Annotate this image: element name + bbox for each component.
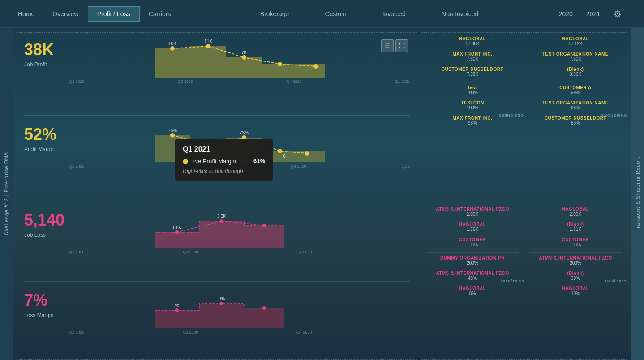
svg-text:7K: 7K xyxy=(241,50,247,55)
bc2-name: MAX FRONT INC. xyxy=(426,52,519,56)
worst-consignees-col: ATMS & INTERNATIONAL FZCO 2.00K HAGLOBAL… xyxy=(421,203,524,360)
wco1-val: 2.00K xyxy=(529,212,622,217)
loss-margin-chart: 7% 9% Q2 2020 Q3 2020 Q4 2020 xyxy=(69,288,410,355)
top-right-data: HAGLOBAL 17.08K MAX FRONT INC. 7.60K CUS… xyxy=(421,32,627,198)
svg-point-10 xyxy=(170,133,175,138)
nav-profit-loss[interactable]: Profit / Loss xyxy=(88,6,140,22)
nav-invoiced[interactable]: Invoiced xyxy=(378,7,410,21)
bc3-name: CUSTOMER DUSSELDORF xyxy=(426,67,519,72)
q2-2020-label: Q2 2020 xyxy=(69,79,85,84)
wco6-val: 10% xyxy=(529,291,622,296)
settings-icon[interactable]: ⚙ xyxy=(614,9,622,19)
jl-q3-2020: Q3 2020 xyxy=(183,250,198,254)
nav-carriers[interactable]: Carriers xyxy=(140,7,180,21)
expand-icon-btn[interactable]: ⛶ xyxy=(395,39,408,52)
nav-non-invoiced[interactable]: Non-Invoiced xyxy=(437,7,483,21)
svg-text:3.3K: 3.3K xyxy=(217,214,227,219)
wc4-val: 200% xyxy=(426,260,519,265)
svg-text:6: 6 xyxy=(283,154,286,159)
nav-overview[interactable]: Overview xyxy=(43,7,87,21)
svg-text:76%: 76% xyxy=(168,128,177,133)
worst-consignee-4: DUMMY ORGANIZATION PH 200% xyxy=(426,256,519,265)
wc3-name: CUSTOMER xyxy=(426,237,519,242)
bc3-val: 7.38K xyxy=(426,72,519,77)
loss-margin-metric: 7% Loss Margin xyxy=(24,288,64,355)
job-profit-panel: 38K Job Profit ☰ ⛶ xyxy=(24,37,410,109)
worst-consignee-3: CUSTOMER 1.18K xyxy=(426,237,519,247)
bco3-name: (Blank) xyxy=(529,67,622,72)
profit-margin-label: Profit Margin xyxy=(24,146,64,152)
best-consignor-3: (Blank) 3.96K xyxy=(529,67,622,77)
svg-text:73%: 73% xyxy=(240,130,249,135)
profit-margin-value: 52% xyxy=(24,126,64,143)
nav-brokerage[interactable]: Brokerage xyxy=(256,7,294,21)
nav-items: Home Overview Profit / Loss Carriers xyxy=(9,6,180,22)
best-consignee-4: test 100% xyxy=(426,85,519,95)
bco5-name: TEST ORGANIZATION NAME xyxy=(529,100,622,105)
chart-icons: ☰ ⛶ xyxy=(381,39,408,52)
tooltip-metric-label: +ve Profit Margin xyxy=(192,158,236,165)
best-consignors-col: HAGLOBAL 17.12K TEST ORGANIZATION NAME 7… xyxy=(524,32,627,198)
loss-margin-value: 7% xyxy=(24,292,64,308)
best-consignor-1: HAGLOBAL 17.12K xyxy=(529,36,622,46)
wco3-val: 1.18K xyxy=(529,242,622,247)
nav-custom[interactable]: Custom xyxy=(320,7,351,21)
bco4-val: 99% xyxy=(529,90,622,95)
pm-q2-2020: Q2 2020 xyxy=(69,164,85,169)
lm-q3-2020: Q3 2020 xyxy=(183,330,198,334)
tooltip-metric-value: 61% xyxy=(253,158,265,165)
svg-text:11K: 11K xyxy=(204,39,212,44)
worst-consignees-label: Worst 3 Consignees xyxy=(501,279,524,283)
best-consignee-5: TESTCON 100% xyxy=(426,100,519,110)
nav-year-2021[interactable]: 2021 xyxy=(586,10,600,17)
jl-q2-2020: Q2 2020 xyxy=(69,250,85,254)
sep4 xyxy=(529,252,622,253)
wc5-name: ATMS & INTERNATIONAL FZCO xyxy=(426,271,519,276)
tooltip-metric-row: +ve Profit Margin 61% xyxy=(183,158,265,165)
bco3-val: 3.96K xyxy=(529,72,622,77)
pm-q1-2021: Q1 2 xyxy=(401,164,410,169)
svg-text:9%: 9% xyxy=(219,296,225,301)
job-profit-metric: 38K Job Profit xyxy=(24,37,64,109)
side-label-left: Challenge #12 | Enterprise DNA xyxy=(0,28,13,360)
nav-year-2020[interactable]: 2020 xyxy=(559,10,573,17)
best-consignor-2: TEST ORGANIZATION NAME 7.60K xyxy=(529,52,622,61)
job-loss-panel: 5,140 Job Loss 1.8K 3.3K Q2 2020 Q xyxy=(24,208,410,275)
svg-point-4 xyxy=(278,62,282,66)
svg-point-14 xyxy=(305,151,309,156)
tooltip-hint: Right-click to drill through xyxy=(183,168,265,174)
app-title: Transport & Shipping Report xyxy=(635,157,640,231)
job-profit-chart: ☰ ⛶ 18K 11K 7K xyxy=(69,37,410,109)
loss-margin-panel: 7% Loss Margin 7% 9% Q2 2020 Q3 2020 Q4 … xyxy=(24,288,410,355)
top-section: 38K Job Profit ☰ ⛶ xyxy=(17,32,627,198)
worst-consignor-3: CUSTOMER 1.18K xyxy=(529,237,622,247)
wc6-name: HAGLOBAL xyxy=(426,286,519,291)
wc2-name: HAGLOBAL xyxy=(426,222,519,227)
wco1-name: HAGLOBAL xyxy=(529,207,622,212)
nav-home[interactable]: Home xyxy=(9,7,43,21)
wco2-val: 1.81K xyxy=(529,227,622,232)
svg-text:18K: 18K xyxy=(168,41,176,46)
best-consignee-2: MAX FRONT INC. 7.60K xyxy=(426,52,519,61)
worst-consignors-label: Worst 3 Consignors xyxy=(604,279,627,283)
q1-2021-label: Q1 2021 xyxy=(395,79,410,84)
worst-consignors-col: HAGLOBAL 2.00K (Blank) 1.81K CUSTOMER 1.… xyxy=(524,203,627,360)
wco2-name: (Blank) xyxy=(529,222,622,227)
bc5-val: 100% xyxy=(426,105,519,110)
wc2-val: 1.76K xyxy=(426,227,519,232)
table-icon-btn[interactable]: ☰ xyxy=(381,39,394,52)
lm-q4-2020: Q4 2020 xyxy=(296,330,312,334)
best-consignees-label: Best 3 Consignees xyxy=(498,113,524,117)
best-consignor-5: TEST ORGANIZATION NAME 98% xyxy=(529,100,622,110)
svg-point-21 xyxy=(262,224,266,227)
svg-point-20 xyxy=(220,219,223,223)
wco3-name: CUSTOMER xyxy=(529,237,622,242)
bco1-name: HAGLOBAL xyxy=(529,36,622,41)
sep1 xyxy=(426,82,519,82)
bc4-val: 100% xyxy=(426,90,519,95)
svg-point-1 xyxy=(170,46,175,51)
bco2-val: 7.60K xyxy=(529,56,622,61)
worst-consignor-2: (Blank) 1.81K xyxy=(529,222,622,232)
loss-margin-svg: 7% 9% xyxy=(69,288,410,328)
bottom-left-charts: 5,140 Job Loss 1.8K 3.3K Q2 2020 Q xyxy=(17,203,417,360)
